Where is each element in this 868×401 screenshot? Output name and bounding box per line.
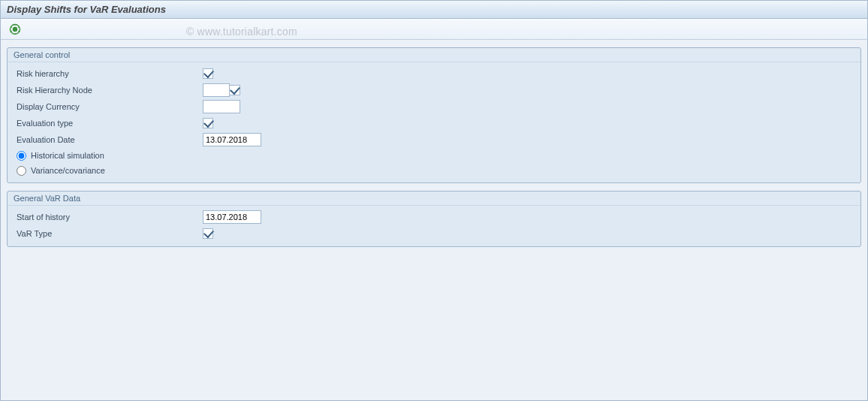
row-evaluation-type: Evaluation type: [14, 115, 854, 131]
label-evaluation-date: Evaluation Date: [14, 135, 203, 144]
group-title-general-var: General VaR Data: [8, 191, 860, 206]
page-title: Display Shifts for VaR Evaluations: [7, 4, 166, 15]
row-radio-variance[interactable]: Variance/covariance: [14, 163, 854, 178]
evaluation-type-required-icon[interactable]: [203, 118, 213, 128]
title-bar: Display Shifts for VaR Evaluations: [1, 1, 867, 19]
group-general-var-data: General VaR Data Start of history VaR Ty…: [7, 191, 861, 247]
row-radio-historical[interactable]: Historical simulation: [14, 148, 854, 163]
label-risk-hierarchy-node: Risk Hierarchy Node: [14, 86, 203, 95]
label-display-currency: Display Currency: [14, 102, 203, 111]
label-risk-hierarchy: Risk hierarchy: [14, 69, 203, 78]
svg-point-1: [13, 26, 17, 31]
risk-hierarchy-required-icon[interactable]: [203, 68, 213, 79]
label-start-history: Start of history: [14, 213, 203, 222]
row-start-history: Start of history: [14, 209, 854, 225]
label-radio-historical[interactable]: Historical simulation: [31, 151, 104, 160]
row-evaluation-date: Evaluation Date: [14, 131, 854, 148]
risk-hierarchy-node-required-icon[interactable]: [230, 85, 240, 95]
display-currency-field[interactable]: [203, 100, 240, 113]
execute-button[interactable]: [7, 21, 23, 38]
radio-variance-covariance[interactable]: [17, 166, 26, 176]
evaluation-date-field[interactable]: [203, 133, 261, 146]
var-type-required-icon[interactable]: [203, 228, 213, 239]
row-risk-hierarchy: Risk hierarchy: [14, 65, 854, 82]
group-general-control: General control Risk hierarchy Risk Hier…: [7, 47, 861, 183]
risk-hierarchy-node-field[interactable]: [203, 83, 230, 97]
label-evaluation-type: Evaluation type: [14, 119, 203, 128]
row-var-type: VaR Type: [14, 225, 854, 242]
radio-historical-simulation[interactable]: [17, 151, 26, 161]
label-radio-variance[interactable]: Variance/covariance: [31, 166, 105, 175]
execute-icon: [9, 23, 21, 35]
start-history-field[interactable]: [203, 210, 261, 224]
content-area: General control Risk hierarchy Risk Hier…: [1, 40, 867, 400]
row-risk-hierarchy-node: Risk Hierarchy Node: [14, 82, 854, 98]
row-display-currency: Display Currency: [14, 98, 854, 115]
group-title-general-control: General control: [8, 48, 860, 62]
label-var-type: VaR Type: [14, 229, 203, 238]
toolbar: [1, 19, 867, 40]
